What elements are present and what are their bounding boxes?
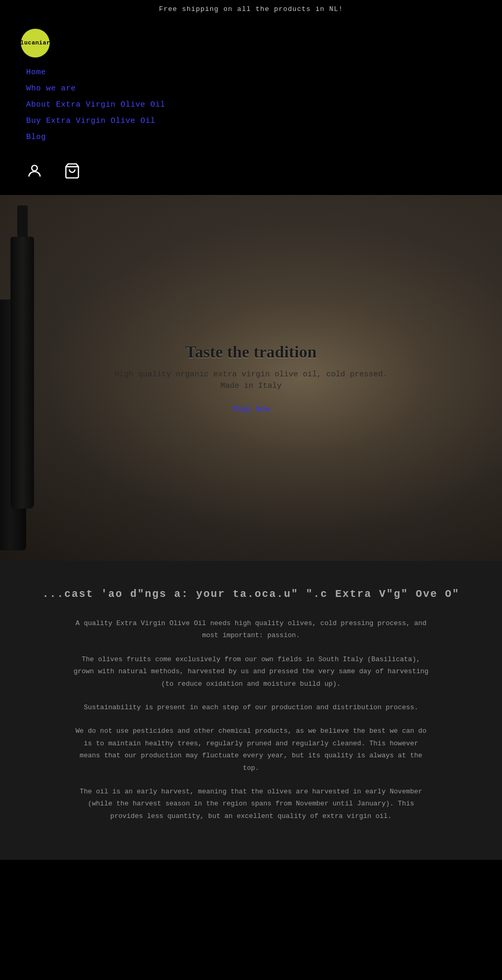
content-paragraph-2: The olives fruits come exclusively from … (73, 653, 429, 690)
hero-section: Taste the tradition High quality organic… (0, 195, 502, 561)
content-paragraph-1: A quality Extra Virgin Olive Oil needs h… (73, 617, 429, 642)
nav-buy-olive-oil[interactable]: Buy Extra Virgin Olive Oil (26, 117, 481, 125)
nav-blog[interactable]: Blog (26, 133, 481, 142)
shop-now-link[interactable]: Shop Now (232, 405, 270, 414)
svg-point-0 (32, 165, 38, 171)
logo[interactable]: lucaniar (21, 29, 50, 57)
content-section: ...cast 'ao d"ngs a: your ta.oca.u" ".c … (0, 561, 502, 860)
content-paragraph-5: The oil is an early harvest, meaning tha… (73, 786, 429, 822)
user-icon (26, 163, 43, 179)
logo-text: lucaniar (20, 40, 50, 47)
logo-area: lucaniar (21, 29, 481, 57)
nav-menu: Home Who we are About Extra Virgin Olive… (21, 68, 481, 142)
nav-about-olive-oil[interactable]: About Extra Virgin Olive Oil (26, 100, 481, 109)
cart-icon-button[interactable] (64, 163, 81, 179)
user-icon-button[interactable] (26, 163, 43, 179)
content-paragraph-3: Sustainability is present in each step o… (73, 701, 429, 713)
header: lucaniar Home Who we are About Extra Vir… (0, 18, 502, 195)
content-title: ...cast 'ao d"ngs a: your ta.oca.u" ".c … (42, 587, 460, 602)
nav-icons (21, 157, 481, 190)
nav-home[interactable]: Home (26, 68, 481, 77)
nav-who-we-are[interactable]: Who we are (26, 84, 481, 93)
top-banner: Free shipping on all the products in NL! (0, 0, 502, 18)
hero-content: Taste the tradition High quality organic… (0, 342, 502, 414)
hero-title: Taste the tradition (105, 342, 397, 362)
cart-icon (64, 163, 81, 179)
hero-subtitle: High quality organic extra virgin olive … (105, 369, 397, 393)
content-paragraph-4: We do not use pesticides and other chemi… (73, 725, 429, 774)
banner-text: Free shipping on all the products in NL! (159, 5, 343, 13)
